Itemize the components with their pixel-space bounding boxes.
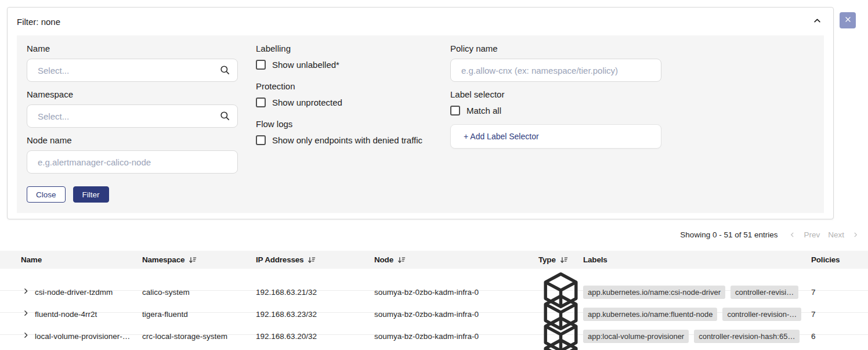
sort-icon[interactable] <box>397 256 406 264</box>
column-header-node[interactable]: Node <box>374 255 538 264</box>
endpoint-name[interactable]: fluentd-node-4rr2t <box>32 310 142 319</box>
chevron-right-icon[interactable] <box>852 232 859 238</box>
denied-traffic-label: Show only endpoints with denied traffic <box>272 135 422 145</box>
endpoint-name[interactable]: local-volume-provisioner-… <box>32 332 142 341</box>
flow-logs-section-label: Flow logs <box>256 119 453 129</box>
endpoint-namespace: crc-local-storage-system <box>142 332 256 341</box>
namespace-field-label: Namespace <box>27 89 238 99</box>
prev-page-button[interactable]: Prev <box>804 230 820 239</box>
policy-name-input[interactable] <box>450 59 661 82</box>
name-select-input[interactable] <box>27 59 238 82</box>
show-unlabelled-label: Show unlabelled* <box>272 60 339 70</box>
expand-row-button[interactable] <box>22 309 31 319</box>
close-button[interactable]: Close <box>27 186 66 203</box>
label-chip[interactable]: app:local-volume-provisioner <box>583 330 689 343</box>
chevron-left-icon[interactable] <box>789 232 795 238</box>
denied-traffic-checkbox[interactable] <box>256 135 266 145</box>
show-unprotected-label: Show unprotected <box>272 98 342 107</box>
table-toolbar: Showing 0 - 51 of 51 entries Prev Next <box>680 230 859 239</box>
column-header-name[interactable]: Name <box>0 255 142 264</box>
endpoint-labels: app.kubernetes.io/name:csi-node-driver c… <box>583 286 806 299</box>
endpoint-labels: app:local-volume-provisioner controller-… <box>583 330 806 343</box>
filter-panel-body: Name Namespace Node name Close Filt <box>17 35 824 213</box>
endpoint-ip: 192.168.63.23/32 <box>256 310 374 319</box>
endpoint-namespace: calico-system <box>142 288 256 297</box>
show-unprotected-checkbox[interactable] <box>256 98 266 107</box>
column-header-namespace[interactable]: Namespace <box>142 255 256 264</box>
endpoint-ip: 192.168.63.20/32 <box>256 332 374 341</box>
name-field-label: Name <box>27 44 238 53</box>
search-icon <box>219 64 230 75</box>
search-icon <box>219 110 230 121</box>
filter-panel: Filter: none Name Namespace <box>7 7 834 219</box>
endpoint-node: soumya-bz-0zbo-kadm-infra-0 <box>374 332 538 341</box>
endpoint-node: soumya-bz-0zbo-kadm-infra-0 <box>374 310 538 319</box>
chevron-up-icon <box>813 16 822 27</box>
showing-entries-text: Showing 0 - 51 of 51 entries <box>680 230 777 239</box>
namespace-select-input[interactable] <box>27 104 238 128</box>
dialog-close-button[interactable] <box>840 12 856 28</box>
node-name-field-label: Node name <box>27 135 238 145</box>
endpoint-policies-count: 7 <box>806 288 868 297</box>
node-name-input[interactable] <box>27 150 238 174</box>
chevron-right-icon <box>22 331 30 341</box>
endpoint-node: soumya-bz-0zbo-kadm-infra-0 <box>374 288 538 297</box>
filter-column-left: Name Namespace Node name Close Filt <box>27 44 238 203</box>
sort-icon[interactable] <box>308 256 316 264</box>
chevron-right-icon <box>22 287 30 297</box>
label-chip[interactable]: controller-revision-hash:65… <box>694 330 800 343</box>
column-header-policies: Policies <box>806 255 868 264</box>
show-unlabelled-checkbox[interactable] <box>256 60 266 70</box>
collapse-filter-button[interactable] <box>811 16 823 27</box>
expand-row-button[interactable] <box>22 287 31 297</box>
close-icon <box>844 16 852 25</box>
match-all-checkbox[interactable] <box>450 106 460 116</box>
table-row[interactable]: csi-node-driver-tzdmm calico-system 192.… <box>0 269 868 291</box>
endpoint-labels: app.kubernetes.io/name:fluentd-node cont… <box>583 308 806 321</box>
endpoint-policies-count: 7 <box>806 310 868 319</box>
column-header-type[interactable]: Type <box>538 255 583 264</box>
chevron-right-icon <box>22 309 30 319</box>
next-page-button[interactable]: Next <box>828 230 844 239</box>
filter-panel-header: Filter: none <box>8 8 833 33</box>
column-header-labels: Labels <box>583 255 806 264</box>
pagination: Prev Next <box>789 230 859 239</box>
endpoint-namespace: tigera-fluentd <box>142 310 256 319</box>
endpoint-ip: 192.168.63.21/32 <box>256 288 374 297</box>
endpoint-name[interactable]: csi-node-driver-tzdmm <box>32 288 142 297</box>
endpoints-table: Name Namespace IP Addresses Node Type <box>0 251 868 350</box>
filter-panel-title: Filter: none <box>17 17 60 27</box>
labelling-section-label: Labelling <box>256 44 453 53</box>
filter-button[interactable]: Filter <box>73 186 109 203</box>
expand-row-button[interactable] <box>22 331 31 341</box>
policy-name-field-label: Policy name <box>450 44 661 53</box>
endpoint-policies-count: 6 <box>806 332 868 341</box>
label-chip[interactable]: app.kubernetes.io/name:csi-node-driver <box>583 286 725 299</box>
label-selector-section-label: Label selector <box>450 89 661 99</box>
sort-icon[interactable] <box>189 256 197 264</box>
label-chip[interactable]: controller-revisi… <box>730 286 798 299</box>
table-header-row: Name Namespace IP Addresses Node Type <box>0 251 868 269</box>
label-chip[interactable]: app.kubernetes.io/name:fluentd-node <box>583 308 717 321</box>
protection-section-label: Protection <box>256 81 453 91</box>
label-chip[interactable]: controller-revision-… <box>722 308 801 321</box>
match-all-label: Match all <box>466 106 501 116</box>
add-label-selector-button[interactable]: + Add Label Selector <box>450 124 661 149</box>
filter-column-right: Policy name Label selector Match all + A… <box>450 44 661 149</box>
column-header-ip-addresses[interactable]: IP Addresses <box>256 255 374 264</box>
filter-column-middle: Labelling Show unlabelled* Protection Sh… <box>256 44 453 157</box>
sort-icon[interactable] <box>560 256 568 264</box>
